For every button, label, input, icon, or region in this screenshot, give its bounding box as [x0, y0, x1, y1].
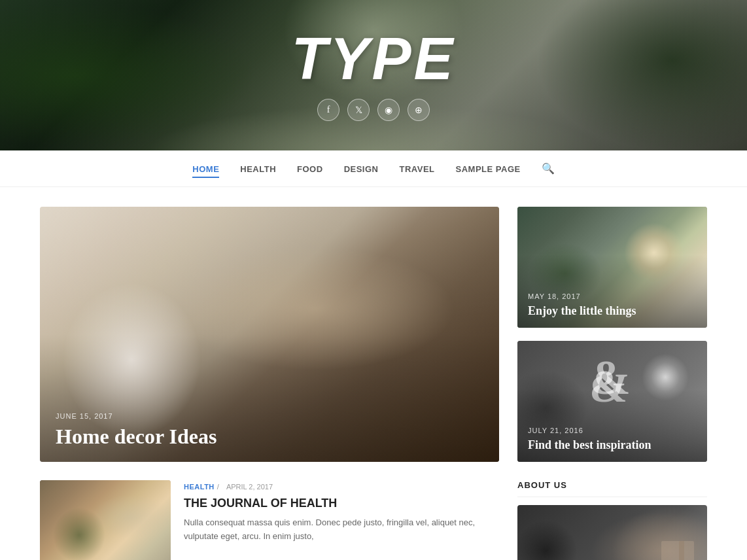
nav-items: HOME HEALTH FOOD DESIGN TRAVEL SAMPLE PA…	[192, 162, 554, 175]
side-post-1-overlay: MAY 18, 2017 Enjoy the little things	[517, 283, 707, 328]
list-post-thumbnail	[40, 480, 171, 560]
featured-post-date: JUNE 15, 2017	[56, 412, 483, 420]
side-post-2-title: Find the best inspiration	[528, 438, 697, 453]
main-nav: HOME HEALTH FOOD DESIGN TRAVEL SAMPLE PA…	[0, 150, 747, 187]
list-post-meta: HEALTH / APRIL 2, 2017	[184, 480, 499, 492]
pinterest-icon[interactable]: ⊕	[408, 99, 430, 121]
nav-link-home[interactable]: HOME	[192, 164, 219, 178]
nav-link-design[interactable]: DESIGN	[344, 164, 379, 177]
left-column: JUNE 15, 2017 Home decor Ideas HEALTH	[40, 207, 499, 560]
list-post-category[interactable]: HEALTH	[184, 483, 215, 491]
list-post-title[interactable]: THE JOURNAL OF HEALTH	[184, 496, 499, 511]
side-post-1[interactable]: MAY 18, 2017 Enjoy the little things	[517, 207, 707, 328]
list-post[interactable]: HEALTH / APRIL 2, 2017 THE JOURNAL OF HE…	[40, 480, 499, 560]
twitter-icon[interactable]: 𝕏	[347, 99, 370, 121]
list-post-body: HEALTH / APRIL 2, 2017 THE JOURNAL OF HE…	[184, 480, 499, 544]
list-post-excerpt: Nulla consequat massa quis enim. Donec p…	[184, 516, 499, 544]
featured-post-overlay: JUNE 15, 2017 Home decor Ideas	[40, 399, 499, 462]
about-widget: ABOUT US	[517, 480, 707, 560]
nav-link-sample[interactable]: SAMPLE PAGE	[456, 164, 521, 177]
site-title: TYPE	[291, 29, 455, 88]
side-post-2[interactable]: & JULY 21, 2016 Find the best inspiratio…	[517, 341, 707, 462]
nav-link-health[interactable]: HEALTH	[240, 164, 276, 177]
list-post-date: APRIL 2, 2017	[226, 483, 273, 491]
nav-item-food[interactable]: FOOD	[297, 163, 323, 175]
nav-item-home[interactable]: HOME	[192, 163, 219, 175]
facebook-icon[interactable]: f	[317, 99, 339, 121]
featured-post-title: Home decor Ideas	[56, 424, 483, 449]
about-widget-title: ABOUT US	[517, 480, 707, 497]
nav-item-search[interactable]: 🔍	[542, 162, 555, 175]
nav-item-sample[interactable]: SAMPLE PAGE	[456, 163, 521, 175]
nav-item-design[interactable]: DESIGN	[344, 163, 379, 175]
social-icons: f 𝕏 ◉ ⊕	[317, 99, 430, 121]
about-widget-image	[517, 505, 707, 560]
instagram-icon[interactable]: ◉	[377, 99, 400, 121]
nav-item-travel[interactable]: TRAVEL	[399, 163, 434, 175]
list-posts: HEALTH / APRIL 2, 2017 THE JOURNAL OF HE…	[40, 480, 499, 560]
main-content: JUNE 15, 2017 Home decor Ideas HEALTH	[27, 207, 720, 560]
nav-link-food[interactable]: FOOD	[297, 164, 323, 177]
nav-link-travel[interactable]: TRAVEL	[399, 164, 434, 177]
nav-item-health[interactable]: HEALTH	[240, 163, 276, 175]
side-post-1-date: MAY 18, 2017	[528, 292, 697, 300]
side-post-1-title: Enjoy the little things	[528, 304, 697, 319]
side-post-2-date: JULY 21, 2016	[528, 427, 697, 434]
featured-post[interactable]: JUNE 15, 2017 Home decor Ideas	[40, 207, 499, 462]
about-widget-image-bg	[517, 505, 707, 560]
right-sidebar: MAY 18, 2017 Enjoy the little things & J…	[517, 207, 707, 560]
search-icon[interactable]: 🔍	[542, 163, 555, 174]
site-header: TYPE f 𝕏 ◉ ⊕	[0, 0, 747, 150]
side-post-2-overlay: JULY 21, 2016 Find the best inspiration	[517, 417, 707, 462]
list-post-thumb-image	[40, 480, 171, 560]
